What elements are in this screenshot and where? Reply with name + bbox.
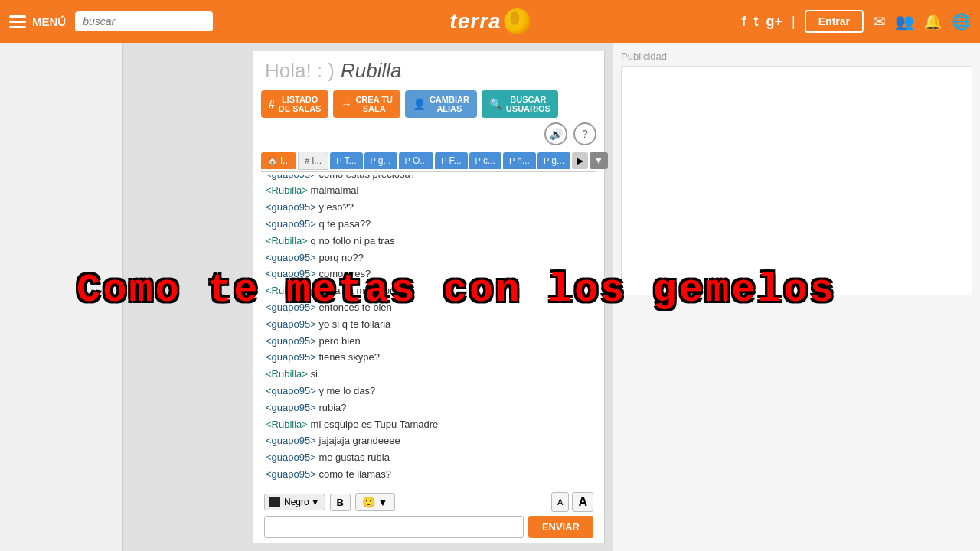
message-user: <guapo95> [266, 468, 316, 480]
message-user: <guapo95> [266, 318, 316, 330]
font-size-large-button[interactable]: A [572, 492, 593, 512]
tab-list[interactable]: # l... [298, 152, 328, 170]
list-item: <guapo95> jajajaja grandeeee [266, 433, 592, 449]
message-text: ps una tia mu tetona [308, 285, 400, 296]
color-select[interactable]: Negro ▼ [264, 494, 325, 510]
message-text: y eso?? [316, 201, 354, 213]
list-item: <guapo95> como te llamas? [266, 467, 592, 483]
tab-home[interactable]: 🏠 I... [261, 152, 296, 169]
chat-messages-wrapper: <guapo95> hola guapa<Rubilla> hola feo<g… [261, 175, 596, 487]
tab-private-4-label: F... [449, 155, 462, 166]
logo: terra [449, 8, 530, 34]
message-text: si [308, 368, 318, 380]
entrar-button[interactable]: Entrar [805, 10, 864, 33]
message-text: jajajaja grandeeee [316, 435, 400, 446]
chat-messages[interactable]: <guapo95> hola guapa<Rubilla> hola feo<g… [261, 175, 596, 487]
buscar-usuarios-button[interactable]: 🔍 BUSCARUSUARIOS [482, 90, 558, 118]
chat-header: Hola! : ) Rubilla [261, 59, 596, 83]
message-user: <Rubilla> [266, 184, 308, 196]
message-user: <guapo95> [266, 175, 316, 180]
users-icon[interactable]: 👥 [895, 12, 914, 31]
right-sidebar: Publicidad [612, 43, 980, 551]
message-user: <Rubilla> [266, 368, 308, 380]
list-item: <guapo95> y eso?? [266, 200, 592, 216]
notification-icon[interactable]: 🔔 [923, 12, 942, 31]
message-text: q te pasa?? [316, 218, 371, 230]
tab-list-label: l... [312, 155, 322, 166]
chat-tabs: 🏠 I... # l... P T... P g... P O... P F..… [261, 152, 596, 172]
list-item: <Rubilla> malmalmal [266, 183, 592, 199]
private-icon-6: P [509, 156, 514, 165]
list-item: <guapo95> como eres? [266, 266, 592, 282]
message-text: tienes skype? [316, 351, 380, 363]
tabs-more-button[interactable]: ▶ [572, 152, 588, 169]
list-item: <guapo95> pero bien [266, 334, 592, 350]
sound-button[interactable]: 🔊 [544, 122, 567, 145]
chat-toolbar: # LISTADODE SALAS → CREA TUSALA 👤 CAMBIA… [261, 90, 596, 145]
crea-sala-button[interactable]: → CREA TUSALA [333, 90, 400, 118]
crea-label: CREA TUSALA [355, 95, 392, 113]
tab-private-1[interactable]: P T... [330, 152, 362, 169]
list-icon: # [305, 156, 309, 165]
emoji-button[interactable]: 🙂 ▼ [355, 493, 395, 511]
message-user: <guapo95> [266, 302, 316, 313]
globe-icon[interactable]: 🌐 [952, 12, 971, 31]
tab-private-6[interactable]: P h... [503, 152, 536, 169]
twitter-icon[interactable]: t [754, 14, 759, 30]
crea-icon: → [341, 98, 351, 110]
message-user: <guapo95> [266, 218, 316, 230]
message-user: <guapo95> [266, 201, 316, 213]
tab-private-7[interactable]: P g... [537, 152, 570, 169]
message-text: q no follo ni pa tras [308, 235, 394, 246]
message-text: rubia? [316, 402, 347, 413]
message-text: como eres? [316, 268, 371, 279]
tab-private-3[interactable]: P O... [399, 152, 434, 169]
tab-home-label: I... [280, 155, 290, 166]
cambiar-alias-button[interactable]: 👤 CAMBIARALIAS [405, 90, 477, 118]
list-item: <guapo95> tienes skype? [266, 350, 592, 366]
listado-label: LISTADODE SALAS [279, 95, 322, 113]
tab-private-2[interactable]: P g... [364, 152, 397, 169]
message-text: entonces te bien [316, 302, 392, 313]
bold-button[interactable]: B [330, 494, 351, 511]
message-user: <guapo95> [266, 268, 316, 279]
font-size-buttons: A A [551, 492, 593, 512]
tab-private-1-label: T... [344, 155, 356, 166]
tab-private-6-label: h... [517, 155, 530, 166]
tabs-settings-button[interactable]: ▼ [590, 152, 608, 169]
tab-private-5-label: c... [483, 155, 495, 166]
tab-private-5[interactable]: P c... [469, 152, 501, 169]
private-icon-7: P [544, 156, 549, 165]
search-input[interactable] [75, 11, 213, 31]
font-size-small-button[interactable]: A [551, 492, 569, 512]
chat-hello: Hola! : ) [265, 59, 335, 83]
googleplus-icon[interactable]: g+ [766, 14, 783, 30]
chat-input[interactable] [264, 516, 524, 538]
list-item: <Rubilla> si [266, 367, 592, 383]
message-user: <Rubilla> [266, 235, 308, 246]
private-icon-1: P [336, 156, 341, 165]
list-item: <guapo95> porq no?? [266, 250, 592, 266]
list-item: <guapo95> como estas preciosa? [266, 175, 592, 182]
private-icon-5: P [475, 156, 481, 165]
ad-area [621, 66, 972, 295]
message-text: como te llamas? [316, 468, 391, 480]
message-user: <guapo95> [266, 402, 316, 413]
tab-private-4[interactable]: P F... [435, 152, 467, 169]
send-button[interactable]: ENVIAR [528, 516, 593, 538]
list-item: <Rubilla> ps una tia mu tetona [266, 283, 592, 299]
list-item: <Rubilla> q no follo ni pa tras [266, 233, 592, 249]
logo-text: terra [449, 9, 501, 34]
help-button[interactable]: ? [573, 122, 596, 145]
main-layout: Hola! : ) Rubilla # LISTADODE SALAS → CR… [0, 43, 980, 551]
mail-icon[interactable]: ✉ [873, 12, 886, 31]
list-item: <guapo95> entonces te bien [266, 300, 592, 316]
nav-right: f t g+ | Entrar ✉ 👥 🔔 🌐 [742, 10, 971, 33]
listado-icon: # [269, 98, 275, 110]
alias-label: CAMBIARALIAS [430, 95, 469, 113]
chat-bottom: Negro ▼ B 🙂 ▼ A A ENVIAR [261, 487, 596, 543]
facebook-icon[interactable]: f [742, 14, 746, 30]
listado-salas-button[interactable]: # LISTADODE SALAS [261, 90, 328, 118]
menu-button[interactable] [9, 15, 26, 28]
message-text: pero bien [316, 335, 361, 347]
